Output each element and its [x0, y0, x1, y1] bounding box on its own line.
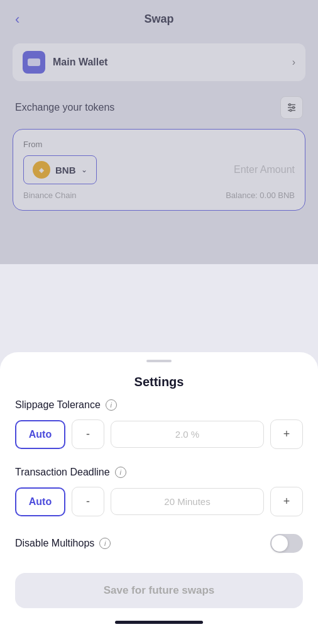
overlay-dim	[0, 0, 318, 264]
save-button[interactable]: Save for future swaps	[15, 573, 303, 608]
deadline-controls: Auto - 20 Minutes +	[15, 487, 303, 516]
sheet-content: Slippage Tolerance i Auto - 2.0 % + Tran…	[0, 399, 318, 608]
slippage-controls: Auto - 2.0 % +	[15, 419, 303, 449]
multihops-row: Disable Multihops i	[15, 534, 303, 553]
sheet-title: Settings	[0, 362, 318, 399]
multihops-label: Disable Multihops	[15, 538, 94, 549]
deadline-label-row: Transaction Deadline i	[15, 467, 303, 478]
toggle-thumb	[271, 535, 288, 552]
deadline-auto-button[interactable]: Auto	[15, 487, 65, 516]
slippage-value: 2.0 %	[111, 421, 264, 448]
deadline-info-icon[interactable]: i	[115, 467, 126, 478]
deadline-plus-button[interactable]: +	[270, 487, 303, 516]
deadline-minus-button[interactable]: -	[72, 487, 104, 516]
home-indicator	[115, 621, 203, 624]
slippage-info-icon[interactable]: i	[106, 399, 117, 411]
multihops-toggle[interactable]	[270, 534, 303, 553]
slippage-label-row: Slippage Tolerance i	[15, 399, 303, 411]
deadline-label: Transaction Deadline	[15, 467, 110, 478]
multihops-info-icon[interactable]: i	[99, 538, 111, 549]
slippage-label: Slippage Tolerance	[15, 399, 101, 411]
slippage-minus-button[interactable]: -	[72, 419, 104, 449]
slippage-auto-button[interactable]: Auto	[15, 420, 65, 449]
deadline-value: 20 Minutes	[111, 488, 264, 515]
multihops-label-row: Disable Multihops i	[15, 538, 111, 549]
slippage-plus-button[interactable]: +	[270, 419, 303, 449]
settings-sheet: Settings Slippage Tolerance i Auto - 2.0…	[0, 352, 318, 644]
